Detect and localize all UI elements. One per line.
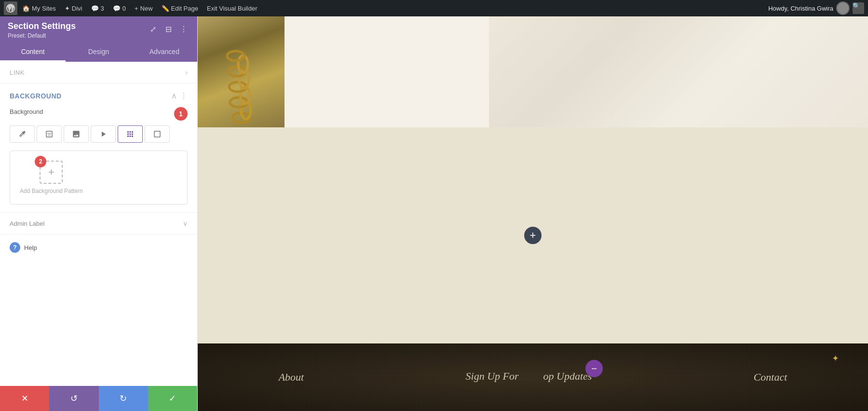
fullscreen-icon[interactable]: ⤢ [147, 23, 159, 35]
help-icon: ? [10, 242, 20, 253]
jewelry-image [198, 16, 285, 127]
edit-page-label: Edit Page [171, 5, 198, 12]
help-area[interactable]: ? Help [0, 234, 197, 260]
my-sites-menu[interactable]: 🏠 My Sites [18, 0, 60, 16]
help-label: Help [24, 244, 37, 251]
footer-link-about[interactable]: About [279, 371, 304, 384]
bg-type-gradient[interactable] [37, 125, 62, 143]
columns-icon[interactable]: ⊟ [163, 23, 174, 35]
admin-label-text: Admin Label [10, 220, 44, 227]
cancel-button[interactable]: ✕ [0, 386, 49, 411]
background-title: Background [10, 92, 62, 100]
divi-menu[interactable]: ✦ Divi [61, 0, 86, 16]
panel-tabs: Content Design Advanced [0, 43, 197, 62]
wp-logo[interactable] [4, 1, 17, 15]
section-settings-panel: Section Settings Preset: Default ⤢ ⊟ ⋮ C… [0, 16, 198, 411]
panel-preset[interactable]: Preset: Default [8, 32, 76, 39]
panel-title: Section Settings [8, 21, 76, 31]
new-button[interactable]: + New [131, 0, 157, 16]
canvas-middle-section: + [198, 127, 868, 343]
tab-content[interactable]: Content [0, 43, 66, 62]
bg-type-image[interactable] [64, 125, 89, 143]
redo-button[interactable]: ↻ [99, 386, 148, 411]
footer-links: About Sign Up For ••• op Updates Contact [198, 369, 868, 386]
collapse-background-icon[interactable]: ∧ [171, 91, 177, 100]
add-background-pattern-box: 2 + Add Background Pattern [10, 151, 188, 205]
purple-dot[interactable]: ••• [585, 360, 603, 377]
pending-count: 0 [122, 5, 126, 12]
panel-header: Section Settings Preset: Default ⤢ ⊟ ⋮ [0, 16, 197, 43]
exit-label: Exit Visual Builder [207, 5, 258, 12]
confirm-button[interactable]: ✓ [148, 386, 197, 411]
tab-advanced[interactable]: Advanced [132, 43, 197, 62]
panel-footer: ✕ ↺ ↻ ✓ [0, 386, 197, 411]
new-label: New [140, 5, 153, 12]
chain-svg [203, 31, 280, 127]
badge-1: 1 [174, 107, 188, 121]
background-type-row [10, 125, 188, 143]
chevron-right-icon: › [185, 68, 188, 76]
pending-comment-icon: 💬 [113, 5, 121, 12]
pencil-icon: ✏️ [162, 5, 169, 12]
plus-icon: + [135, 5, 138, 12]
add-section-button[interactable]: + [524, 227, 542, 244]
background-section: Background ∧ ⋮ Background 1 [0, 83, 197, 213]
bg-type-video[interactable] [91, 125, 116, 143]
more-icon[interactable]: ⋮ [178, 23, 190, 35]
search-icon[interactable]: 🔍 [853, 2, 864, 14]
divi-icon: ✦ [65, 5, 70, 12]
comments-menu[interactable]: 💬 3 [87, 0, 108, 16]
home-icon: 🏠 [22, 5, 30, 12]
link-section[interactable]: Link › [0, 62, 197, 83]
bg-type-pattern[interactable] [118, 125, 143, 143]
admin-bar: 🏠 My Sites ✦ Divi 💬 3 💬 0 + New ✏️ Edit … [0, 0, 868, 16]
pending-comments[interactable]: 💬 0 [109, 0, 130, 16]
comment-icon: 💬 [91, 5, 99, 12]
canvas-top-right [285, 16, 868, 127]
background-label: Background [10, 108, 43, 115]
my-sites-label: My Sites [32, 5, 56, 12]
admin-label-section[interactable]: Admin Label ∨ [0, 213, 197, 234]
divi-label: Divi [72, 5, 82, 12]
bg-type-color[interactable] [10, 125, 35, 143]
tab-design[interactable]: Design [66, 43, 131, 62]
star-icon: ✦ [832, 353, 839, 364]
canvas-top-strip [198, 16, 868, 127]
canvas-area: + ✦ About Sign Up For ••• op Updates Con… [198, 16, 868, 411]
footer-link-signup[interactable]: Sign Up For ••• op Updates [466, 369, 592, 386]
add-background-pattern-label: Add Background Pattern [20, 188, 83, 194]
main-area: Section Settings Preset: Default ⤢ ⊟ ⋮ C… [0, 16, 868, 411]
link-label: Link [10, 69, 25, 76]
undo-button[interactable]: ↺ [49, 386, 98, 411]
panel-content: Link › Background ∧ ⋮ Background [0, 62, 197, 386]
user-avatar[interactable] [836, 1, 850, 15]
exit-builder-button[interactable]: Exit Visual Builder [203, 0, 261, 16]
bg-type-mask[interactable] [145, 125, 170, 143]
more-background-icon[interactable]: ⋮ [180, 91, 188, 100]
comments-count: 3 [101, 5, 104, 12]
footer-link-contact[interactable]: Contact [754, 371, 787, 384]
edit-page-button[interactable]: ✏️ Edit Page [158, 0, 202, 16]
canvas-footer: ✦ About Sign Up For ••• op Updates Conta… [198, 343, 868, 411]
user-greeting: Howdy, Christina Gwira [768, 5, 833, 12]
chevron-admin-label-icon: ∨ [183, 219, 188, 227]
